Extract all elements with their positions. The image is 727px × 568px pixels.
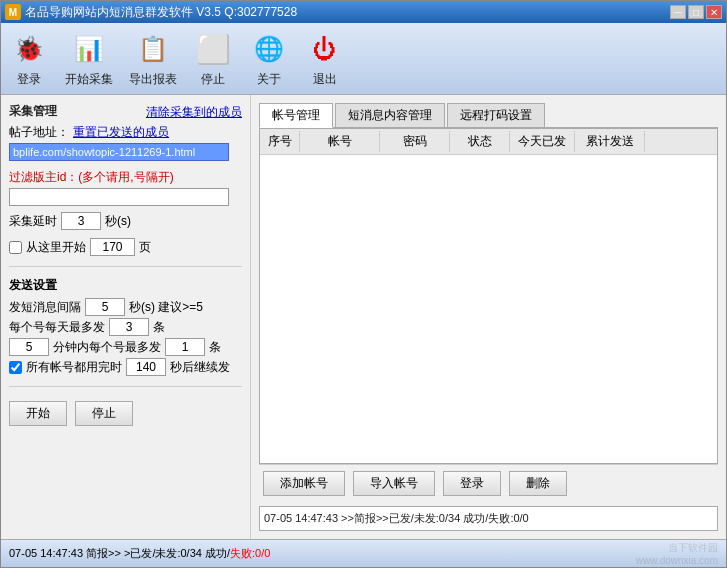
app-icon: M [5, 4, 21, 20]
tab-remote-decode[interactable]: 远程打码设置 [447, 103, 545, 127]
max-per-min-label: 分钟内每个号最多发 [53, 339, 161, 356]
main-content: 采集管理 清除采集到的成员 帖子地址： 重置已发送的成员 过滤版主id：(多个请… [1, 95, 726, 539]
interval-unit: 秒(s) 建议>=5 [129, 299, 203, 316]
collect-section-title: 采集管理 [9, 103, 57, 120]
continue-row: 所有帐号都用完时 秒后继续发 [9, 358, 242, 376]
toolbar-about-label: 关于 [257, 71, 281, 88]
title-bar: M 名品导购网站内短消息群发软件 V3.5 Q:302777528 ─ □ ✕ [1, 1, 726, 23]
continue-unit: 秒后继续发 [170, 359, 230, 376]
toolbar-export-table-label: 导出报表 [129, 71, 177, 88]
col-seq-header: 序号 [260, 131, 300, 152]
status-main: 07-05 14:47:43 简报>> >已发/未发:0/34 成功/ [9, 547, 230, 559]
interval-row: 发短消息间隔 秒(s) 建议>=5 [9, 298, 242, 316]
max-per-min-minutes-input[interactable] [9, 338, 49, 356]
start-collect-icon: 📊 [69, 29, 109, 69]
continue-checkbox[interactable] [9, 361, 22, 374]
stop-button[interactable]: 停止 [75, 401, 133, 426]
clear-members-link[interactable]: 清除采集到的成员 [146, 104, 242, 121]
tab-account-mgmt[interactable]: 帐号管理 [259, 103, 333, 128]
import-account-button[interactable]: 导入帐号 [353, 471, 435, 496]
toolbar-start-collect[interactable]: 📊 开始采集 [65, 29, 113, 88]
watermark: 当下软件园www.downxia.com [636, 541, 718, 567]
toolbar-start-collect-label: 开始采集 [65, 71, 113, 88]
title-text: 名品导购网站内短消息群发软件 V3.5 Q:302777528 [25, 4, 670, 21]
start-button[interactable]: 开始 [9, 401, 67, 426]
delay-row: 采集延时 秒(s) [9, 212, 242, 230]
divider-1 [9, 266, 242, 267]
left-panel: 采集管理 清除采集到的成员 帖子地址： 重置已发送的成员 过滤版主id：(多个请… [1, 95, 251, 539]
max-per-day-row: 每个号每天最多发 条 [9, 318, 242, 336]
log-text: 07-05 14:47:43 >>简报>>已发/未发:0/34 成功/失败:0/… [264, 512, 529, 524]
export-table-icon: 📋 [133, 29, 173, 69]
start-from-label: 从这里开始 [26, 239, 86, 256]
resend-link[interactable]: 重置已发送的成员 [73, 124, 169, 141]
account-table-container: 序号 帐号 密码 状态 今天已发 累计发送 [259, 128, 718, 464]
delete-button[interactable]: 删除 [509, 471, 567, 496]
divider-2 [9, 386, 242, 387]
delay-label: 采集延时 [9, 213, 57, 230]
max-per-day-unit: 条 [153, 319, 165, 336]
col-today-header: 今天已发 [510, 131, 575, 152]
exit-icon: ⏻ [305, 29, 345, 69]
toolbar: 🐞 登录 📊 开始采集 📋 导出报表 ⬜ 停止 🌐 关于 ⏻ 退出 [1, 23, 726, 95]
toolbar-exit-label: 退出 [313, 71, 337, 88]
continue-value-input[interactable] [126, 358, 166, 376]
delay-input[interactable] [61, 212, 101, 230]
delay-unit: 秒(s) [105, 213, 131, 230]
maximize-button[interactable]: □ [688, 5, 704, 19]
table-actions: 添加帐号 导入帐号 登录 删除 [259, 464, 718, 502]
interval-label: 发短消息间隔 [9, 299, 81, 316]
filter-label: 过滤版主id：(多个请用,号隔开) [9, 169, 174, 186]
toolbar-about[interactable]: 🌐 关于 [249, 29, 289, 88]
stop-icon: ⬜ [193, 29, 233, 69]
status-fail: 失败:0/0 [230, 547, 270, 559]
title-bar-buttons: ─ □ ✕ [670, 5, 722, 19]
log-area: 07-05 14:47:43 >>简报>>已发/未发:0/34 成功/失败:0/… [259, 506, 718, 531]
minimize-button[interactable]: ─ [670, 5, 686, 19]
action-buttons: 开始 停止 [9, 401, 242, 426]
main-window: M 名品导购网站内短消息群发软件 V3.5 Q:302777528 ─ □ ✕ … [0, 0, 727, 568]
toolbar-exit[interactable]: ⏻ 退出 [305, 29, 345, 88]
send-settings-section: 发送设置 发短消息间隔 秒(s) 建议>=5 每个号每天最多发 条 分钟内每个号… [9, 277, 242, 376]
toolbar-stop[interactable]: ⬜ 停止 [193, 29, 233, 88]
close-button[interactable]: ✕ [706, 5, 722, 19]
toolbar-login[interactable]: 🐞 登录 [9, 29, 49, 88]
col-pwd-header: 密码 [380, 131, 450, 152]
start-from-checkbox[interactable] [9, 241, 22, 254]
status-text: 07-05 14:47:43 简报>> >已发/未发:0/34 成功/失败:0/… [9, 546, 270, 561]
collect-section: 采集管理 清除采集到的成员 帖子地址： 重置已发送的成员 [9, 103, 242, 163]
login-icon: 🐞 [9, 29, 49, 69]
send-settings-title: 发送设置 [9, 277, 242, 294]
start-from-row: 从这里开始 页 [9, 238, 242, 256]
interval-input[interactable] [85, 298, 125, 316]
max-per-day-input[interactable] [109, 318, 149, 336]
col-total-header: 累计发送 [575, 131, 645, 152]
add-account-button[interactable]: 添加帐号 [263, 471, 345, 496]
col-status-header: 状态 [450, 131, 510, 152]
col-account-header: 帐号 [300, 131, 380, 152]
table-header: 序号 帐号 密码 状态 今天已发 累计发送 [260, 129, 717, 155]
max-per-min-row: 分钟内每个号最多发 条 [9, 338, 242, 356]
filter-section: 过滤版主id：(多个请用,号隔开) [9, 169, 242, 206]
continue-label: 所有帐号都用完时 [26, 359, 122, 376]
thread-url-label: 帖子地址： [9, 124, 69, 141]
about-icon: 🌐 [249, 29, 289, 69]
tab-bar: 帐号管理 短消息内容管理 远程打码设置 [259, 103, 718, 128]
toolbar-stop-label: 停止 [201, 71, 225, 88]
toolbar-login-label: 登录 [17, 71, 41, 88]
start-from-input[interactable] [90, 238, 135, 256]
max-per-min-value-input[interactable] [165, 338, 205, 356]
tab-sms-content[interactable]: 短消息内容管理 [335, 103, 445, 127]
filter-input[interactable] [9, 188, 229, 206]
thread-url-input[interactable] [9, 143, 229, 161]
start-from-unit: 页 [139, 239, 151, 256]
login-button[interactable]: 登录 [443, 471, 501, 496]
toolbar-export-table[interactable]: 📋 导出报表 [129, 29, 177, 88]
max-per-min-unit: 条 [209, 339, 221, 356]
status-bar: 07-05 14:47:43 简报>> >已发/未发:0/34 成功/失败:0/… [1, 539, 726, 567]
max-per-day-label: 每个号每天最多发 [9, 319, 105, 336]
right-panel: 帐号管理 短消息内容管理 远程打码设置 序号 帐号 密码 状态 今天已发 累计发… [251, 95, 726, 539]
